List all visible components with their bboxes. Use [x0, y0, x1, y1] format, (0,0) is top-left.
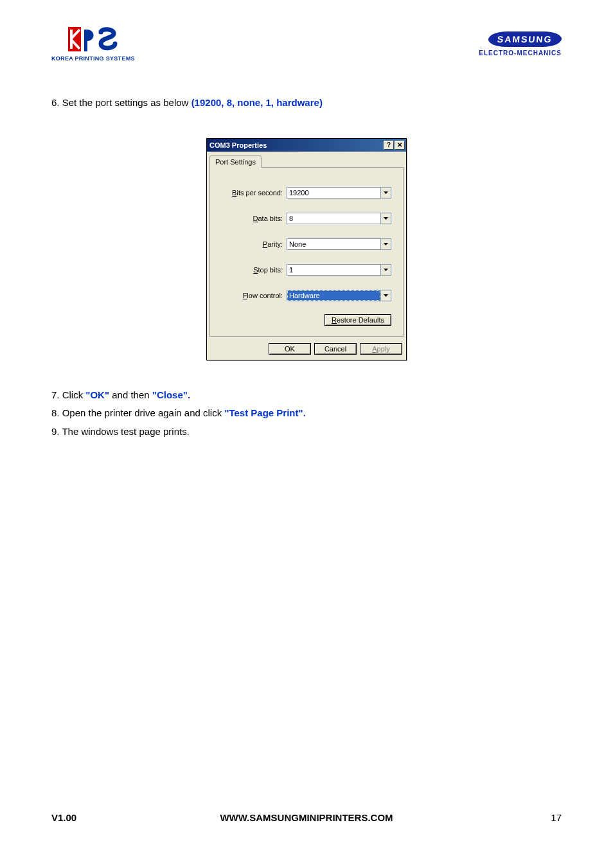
samsung-wordmark: SAMSUNG [488, 31, 562, 47]
com-properties-dialog: COM3 Properties ? ✕ Port Settings Bits p… [206, 138, 407, 360]
chevron-down-icon[interactable] [380, 239, 391, 249]
dialog-title: COM3 Properties [209, 141, 267, 149]
page-header: KOREA PRINTING SYSTEMS SAMSUNG ELECTRO-M… [51, 26, 562, 62]
bits-per-second-value: 19200 [287, 188, 380, 198]
flow-control-label: Flow control: [222, 292, 287, 299]
chevron-down-icon[interactable] [380, 290, 391, 301]
bits-per-second-select[interactable]: 19200 [287, 187, 391, 199]
stop-bits-value: 1 [287, 265, 380, 275]
samsung-logo: SAMSUNG ELECTRO-MECHANICS [479, 31, 562, 57]
chevron-down-icon[interactable] [380, 213, 391, 224]
bits-per-second-label: Bits per second: [222, 189, 287, 197]
step-7-close: "Close". [152, 389, 190, 400]
close-button[interactable]: ✕ [395, 141, 405, 150]
data-bits-label: Data bits: [222, 215, 287, 222]
kps-logo-text: KOREA PRINTING SYSTEMS [51, 55, 135, 62]
chevron-down-icon[interactable] [380, 265, 391, 275]
port-settings-panel: Bits per second: 19200 Data bits: 8 Pari… [209, 167, 404, 337]
step-8-test-page: "Test Page Print". [224, 407, 305, 418]
step-6: 6. Set the port settings as below (19200… [51, 94, 562, 112]
data-bits-value: 8 [287, 213, 380, 224]
footer-url: WWW.SAMSUNGMINIPRINTERS.COM [220, 812, 393, 823]
step-7: 7. Click "OK" and then "Close". [51, 386, 562, 405]
parity-select[interactable]: None [287, 238, 391, 250]
step-9: 9. The windows test page prints. [51, 423, 562, 441]
chevron-down-icon[interactable] [380, 188, 391, 198]
dialog-titlebar[interactable]: COM3 Properties ? ✕ [207, 139, 406, 152]
step-6-text: 6. Set the port settings as below [51, 97, 191, 108]
restore-defaults-button[interactable]: Restore Defaults [324, 314, 391, 326]
tab-port-settings[interactable]: Port Settings [209, 155, 262, 168]
flow-control-select[interactable]: Hardware [287, 290, 391, 301]
apply-button[interactable]: Apply [360, 343, 402, 355]
parity-label: Parity: [222, 240, 287, 248]
page-footer: V1.00 WWW.SAMSUNGMINIPRINTERS.COM 17 [51, 812, 562, 823]
ok-button[interactable]: OK [269, 343, 311, 355]
cancel-button[interactable]: Cancel [314, 343, 357, 355]
footer-version: V1.00 [51, 812, 76, 823]
footer-page-number: 17 [551, 812, 562, 823]
parity-value: None [287, 239, 380, 249]
kps-logo: KOREA PRINTING SYSTEMS [51, 26, 135, 62]
samsung-subtext: ELECTRO-MECHANICS [479, 49, 562, 57]
flow-control-value: Hardware [287, 290, 380, 301]
stop-bits-label: Stop bits: [222, 266, 287, 274]
step-7-ok: "OK" [85, 389, 109, 400]
step-8: 8. Open the printer drive again and clic… [51, 404, 562, 423]
stop-bits-select[interactable]: 1 [287, 264, 391, 276]
step-6-params: (19200, 8, none, 1, hardware) [191, 97, 323, 108]
help-button[interactable]: ? [384, 141, 394, 150]
data-bits-select[interactable]: 8 [287, 213, 391, 224]
